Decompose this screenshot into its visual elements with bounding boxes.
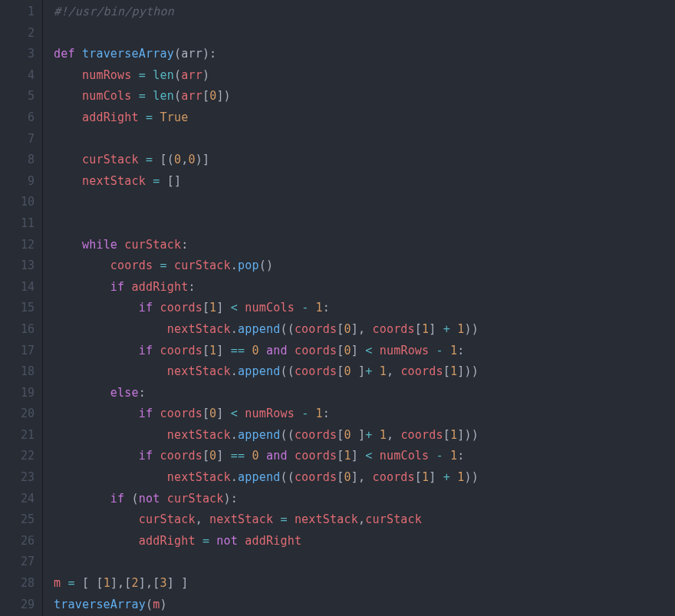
line-number: 19 <box>0 383 35 404</box>
code-line[interactable]: nextStack.append((coords[0 ]+ 1, coords[… <box>54 425 675 446</box>
code-line[interactable]: while curStack: <box>54 235 675 256</box>
code-token: 1 <box>422 322 429 336</box>
code-token <box>54 512 139 526</box>
line-number: 6 <box>0 107 35 129</box>
code-token <box>196 534 202 548</box>
code-line[interactable]: coords = curStack.pop() <box>54 255 675 277</box>
code-line[interactable]: curStack, nextStack = nextStack,curStack <box>54 509 675 531</box>
code-token: coords <box>160 407 202 420</box>
code-token: curStack <box>124 238 181 252</box>
code-token: = <box>68 576 74 590</box>
code-token: 2 <box>132 576 139 590</box>
code-line[interactable] <box>54 192 675 213</box>
code-line[interactable]: if (not curStack): <box>54 489 675 510</box>
code-token: ] <box>429 322 443 336</box>
code-line[interactable]: addRight = not addRight <box>54 531 675 552</box>
code-token: if <box>139 344 153 357</box>
code-token: coords <box>295 364 337 378</box>
code-line[interactable] <box>54 213 675 235</box>
code-token: ): <box>202 47 216 61</box>
code-token <box>54 449 139 463</box>
code-line[interactable] <box>54 23 675 44</box>
code-token: traverseArray <box>54 598 146 611</box>
code-line[interactable]: if coords[1] == 0 and coords[0] < numRow… <box>54 341 675 362</box>
code-token: 1 <box>316 407 323 420</box>
code-token <box>153 153 160 166</box>
code-line[interactable]: curStack = [(0,0)] <box>54 150 675 171</box>
code-token <box>117 238 124 252</box>
code-token: : <box>188 280 195 294</box>
code-token: numRows <box>380 344 430 357</box>
code-token <box>124 280 131 294</box>
code-token <box>54 153 82 166</box>
code-line[interactable] <box>54 129 675 150</box>
code-line[interactable]: numCols = len(arr[0]) <box>54 86 675 107</box>
code-token: 1 <box>450 428 457 442</box>
code-line[interactable]: nextStack = [] <box>54 171 675 193</box>
code-line[interactable]: nextStack.append((coords[0], coords[1] +… <box>54 319 675 341</box>
code-token: coords <box>372 470 414 484</box>
code-token: arr <box>181 68 202 82</box>
code-line[interactable] <box>54 552 675 573</box>
code-token: : <box>457 344 464 357</box>
code-token: if <box>110 492 124 506</box>
code-line[interactable]: nextStack.append((coords[0], coords[1] +… <box>54 467 675 489</box>
code-token: len <box>153 68 174 82</box>
code-token: [ <box>202 449 209 463</box>
code-token <box>259 344 266 357</box>
code-token: )] <box>196 153 209 166</box>
code-token <box>351 428 358 442</box>
code-token <box>224 301 231 315</box>
code-token: numRows <box>82 68 132 82</box>
code-token <box>308 407 315 420</box>
code-line[interactable]: if addRight: <box>54 277 675 298</box>
code-line[interactable]: #!/usr/bin/python <box>54 2 675 23</box>
code-token: [ [ <box>82 576 104 590</box>
code-token: [( <box>160 153 174 166</box>
code-token: m <box>54 576 61 590</box>
code-token: True <box>160 110 189 124</box>
code-token: while <box>82 238 117 252</box>
code-token <box>308 301 315 315</box>
line-number: 5 <box>0 86 35 107</box>
code-token <box>54 364 167 378</box>
code-token: pop <box>238 259 259 272</box>
line-number: 9 <box>0 171 35 193</box>
code-line[interactable]: else: <box>54 383 675 404</box>
code-token: 1 <box>209 301 216 315</box>
line-number: 11 <box>0 213 35 235</box>
code-token: < <box>231 407 238 420</box>
code-token: 3 <box>160 576 167 590</box>
code-line[interactable]: def traverseArray(arr): <box>54 44 675 65</box>
code-line[interactable]: traverseArray(m) <box>54 595 675 616</box>
code-line[interactable]: numRows = len(arr) <box>54 65 675 87</box>
code-token: [ <box>415 470 422 484</box>
code-token: numCols <box>380 449 430 463</box>
code-token <box>167 259 174 272</box>
line-number: 8 <box>0 150 35 171</box>
code-token <box>160 174 166 188</box>
code-token: nextStack <box>82 174 146 188</box>
code-token: 0 <box>344 364 351 378</box>
code-line[interactable]: if coords[0] == 0 and coords[1] < numCol… <box>54 446 675 467</box>
code-line[interactable]: m = [ [1],[2],[3] ] <box>54 573 675 595</box>
code-token: if <box>139 301 153 315</box>
code-token <box>372 449 379 463</box>
code-token <box>132 89 139 103</box>
code-token: traverseArray <box>82 47 174 61</box>
code-line[interactable]: if coords[1] < numCols - 1: <box>54 298 675 319</box>
code-token <box>54 259 110 272</box>
code-token <box>139 110 146 124</box>
code-line[interactable]: nextStack.append((coords[0 ]+ 1, coords[… <box>54 361 675 383</box>
code-token: numCols <box>82 89 132 103</box>
code-token: (( <box>280 470 294 484</box>
code-line[interactable]: addRight = True <box>54 107 675 129</box>
code-token: 0 <box>252 449 259 463</box>
code-token: append <box>238 428 280 442</box>
code-token <box>224 449 231 463</box>
code-token: ] <box>216 407 223 420</box>
code-line[interactable]: if coords[0] < numRows - 1: <box>54 404 675 425</box>
code-editor[interactable]: #!/usr/bin/python def traverseArray(arr)… <box>43 0 675 616</box>
code-token <box>288 512 295 526</box>
code-token: else <box>110 386 139 400</box>
